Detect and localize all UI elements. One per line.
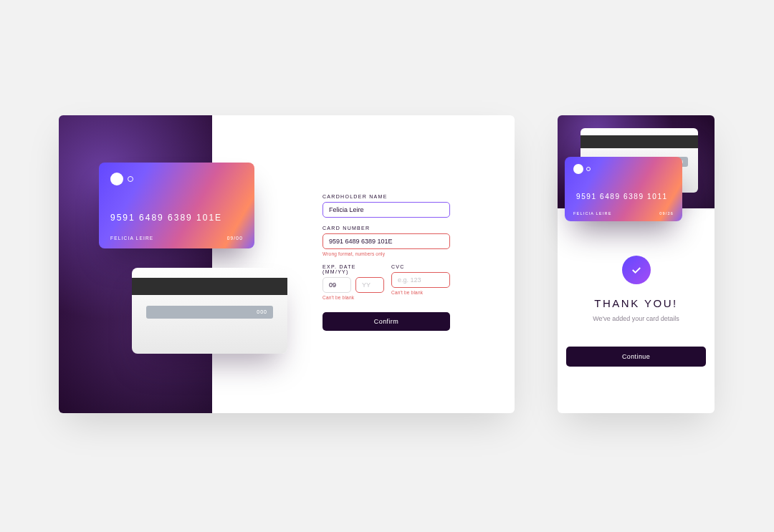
exp-label: EXP. DATE (MM/YY) — [322, 264, 384, 274]
cardnumber-input[interactable] — [322, 233, 450, 249]
card-logo-dot-ring-icon — [586, 167, 591, 171]
card-details-form: CARDHOLDER NAME CARD NUMBER Wrong format… — [322, 194, 450, 331]
cardnumber-group: CARD NUMBER Wrong format, numbers only — [322, 226, 450, 256]
mobile-panel: 123 9591 6489 6389 1011 FELICIA LEIRE 09… — [558, 115, 715, 413]
cardholder-group: CARDHOLDER NAME — [322, 194, 450, 218]
cardnumber-error: Wrong format, numbers only — [322, 251, 450, 256]
card-magstrip — [132, 278, 287, 295]
card-logo-dot-big-icon — [110, 173, 123, 185]
thankyou-title: THANK YOU! — [566, 297, 706, 309]
cardnumber-label: CARD NUMBER — [322, 226, 450, 231]
card-name-display: FELICIA LEIRE — [110, 236, 153, 241]
cvc-error: Can't be blank — [391, 290, 450, 295]
credit-card-front-mobile: 9591 6489 6389 1011 FELICIA LEIRE 09/26 — [565, 157, 682, 221]
check-icon — [622, 256, 651, 284]
desktop-gradient-bg — [59, 115, 212, 413]
exp-group: EXP. DATE (MM/YY) Can't be blank — [322, 264, 384, 300]
desktop-panel: 9591 6489 6389 101E FELICIA LEIRE 09/00 … — [59, 115, 515, 413]
cardholder-input[interactable] — [322, 202, 450, 218]
credit-card-back: 000 — [132, 268, 287, 354]
exp-cvc-row: EXP. DATE (MM/YY) Can't be blank CVC Can… — [322, 264, 450, 300]
card-magstrip — [580, 135, 698, 148]
card-number-display: 9591 6489 6389 101E — [110, 213, 222, 223]
credit-card-front: 9591 6489 6389 101E FELICIA LEIRE 09/00 — [99, 163, 254, 248]
card-logo-dot-big-icon — [573, 164, 583, 174]
continue-button[interactable]: Continue — [566, 347, 706, 367]
thankyou-section: THANK YOU! We've added your card details… — [558, 256, 715, 367]
cardholder-label: CARDHOLDER NAME — [322, 194, 450, 199]
thankyou-subtitle: We've added your card details — [566, 315, 706, 322]
card-expiry-display: 09/26 — [659, 211, 674, 216]
cvc-label: CVC — [391, 264, 450, 269]
card-name-display: FELICIA LEIRE — [573, 211, 612, 216]
exp-yy-input[interactable] — [355, 277, 384, 293]
cvc-input[interactable] — [391, 272, 450, 288]
confirm-button[interactable]: Confirm — [322, 312, 450, 331]
cvc-group: CVC Can't be blank — [391, 264, 450, 300]
exp-error: Can't be blank — [322, 295, 384, 300]
card-logo-dot-ring-icon — [128, 176, 133, 182]
card-expiry-display: 09/00 — [227, 236, 243, 241]
card-number-display: 9591 6489 6389 1011 — [576, 193, 668, 200]
exp-mm-input[interactable] — [322, 277, 351, 293]
card-cvc-display: 000 — [146, 306, 273, 319]
